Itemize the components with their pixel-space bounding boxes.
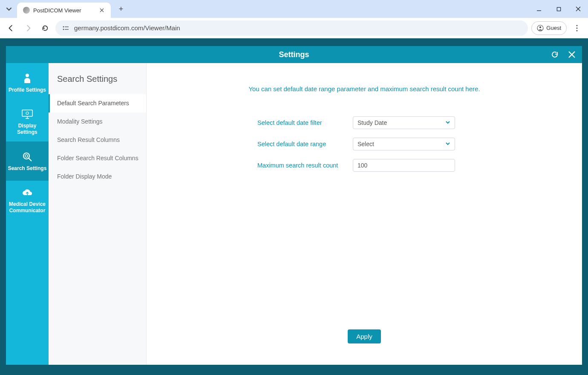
browser-chrome: PostDICOM Viewer + xyxy=(0,0,588,38)
browser-tab[interactable]: PostDICOM Viewer xyxy=(17,3,111,18)
modal-body: Profile Settings Display Settings Search… xyxy=(6,63,582,365)
rail-item-display-settings[interactable]: Display Settings xyxy=(6,102,49,141)
window-close[interactable] xyxy=(568,0,588,18)
subnav-item-modality-settings[interactable]: Modality Settings xyxy=(49,112,146,131)
svg-point-13 xyxy=(23,153,29,159)
max-result-count-field[interactable] xyxy=(357,162,450,169)
svg-point-10 xyxy=(26,74,29,77)
subnav-list: Default Search Parameters Modality Setti… xyxy=(49,94,146,185)
svg-point-9 xyxy=(576,30,577,31)
app-topbar xyxy=(0,38,588,46)
help-text: You can set default date range parameter… xyxy=(248,85,480,92)
settings-subnav: Search Settings Default Search Parameter… xyxy=(49,63,147,365)
new-tab-button[interactable]: + xyxy=(115,3,127,15)
select-default-date-filter[interactable]: Study Date xyxy=(353,116,455,129)
chevron-down-icon xyxy=(445,119,450,126)
nav-reload[interactable] xyxy=(38,21,52,35)
search-icon xyxy=(22,151,33,163)
row-default-date-range: Select default date range Select xyxy=(257,138,530,150)
browser-menu[interactable] xyxy=(570,21,584,35)
window-controls xyxy=(529,0,588,18)
label-max-result-count: Maximum search result count xyxy=(257,162,343,169)
rail-label: Display Settings xyxy=(8,123,47,136)
svg-rect-4 xyxy=(65,29,69,29)
close-icon[interactable] xyxy=(99,7,105,13)
label-default-date-filter: Select default date filter xyxy=(257,119,343,126)
subnav-item-default-search-parameters[interactable]: Default Search Parameters xyxy=(49,94,146,112)
apply-button[interactable]: Apply xyxy=(348,329,381,343)
modal-header: Settings xyxy=(6,46,582,63)
rail-item-profile-settings[interactable]: Profile Settings xyxy=(6,63,49,102)
tab-search-dropdown[interactable] xyxy=(3,3,14,14)
cloud-icon xyxy=(21,187,33,199)
svg-rect-2 xyxy=(65,26,69,27)
svg-point-6 xyxy=(539,26,541,28)
site-settings-icon[interactable] xyxy=(61,24,70,32)
tab-favicon xyxy=(23,7,30,14)
settings-content: You can set default date range parameter… xyxy=(147,63,582,365)
close-icon[interactable] xyxy=(567,49,577,60)
svg-point-14 xyxy=(25,155,28,157)
rail-label: Medical Device Communicator xyxy=(8,201,47,214)
svg-point-1 xyxy=(63,26,64,27)
input-max-result-count[interactable] xyxy=(353,159,455,172)
monitor-icon xyxy=(21,108,33,120)
row-max-result-count: Maximum search result count xyxy=(257,159,530,172)
row-default-date-filter: Select default date filter Study Date xyxy=(257,116,530,129)
address-bar[interactable] xyxy=(55,20,528,36)
tab-title: PostDICOM Viewer xyxy=(33,7,95,14)
svg-rect-11 xyxy=(22,110,32,116)
settings-rail: Profile Settings Display Settings Search… xyxy=(6,63,49,365)
browser-tabbar: PostDICOM Viewer + xyxy=(0,0,588,18)
app-background: Settings Profile Settings xyxy=(0,38,588,375)
subnav-item-folder-display-mode[interactable]: Folder Display Mode xyxy=(49,167,146,186)
rail-item-search-settings[interactable]: Search Settings xyxy=(6,141,49,181)
section-title: Search Settings xyxy=(49,63,146,94)
settings-form: Select default date filter Study Date Se… xyxy=(257,116,530,172)
person-icon xyxy=(537,25,544,32)
chevron-down-icon xyxy=(445,141,450,147)
subnav-item-search-result-columns[interactable]: Search Result Columns xyxy=(49,131,146,149)
rail-label: Search Settings xyxy=(8,165,47,172)
rail-label: Profile Settings xyxy=(9,87,46,93)
settings-modal: Settings Profile Settings xyxy=(6,46,582,365)
select-default-date-range[interactable]: Select xyxy=(353,138,455,150)
address-input[interactable] xyxy=(74,24,522,32)
window-minimize[interactable] xyxy=(529,0,549,18)
profile-label: Guest xyxy=(546,25,561,31)
nav-forward[interactable] xyxy=(21,21,35,35)
browser-navbar: Guest xyxy=(0,18,588,38)
modal-actions xyxy=(550,46,577,63)
select-value: Select xyxy=(357,141,374,147)
window-maximize[interactable] xyxy=(549,0,568,18)
apply-row: Apply xyxy=(164,329,565,356)
label-default-date-range: Select default date range xyxy=(257,141,343,147)
svg-rect-0 xyxy=(557,7,560,11)
select-value: Study Date xyxy=(357,119,387,126)
svg-point-12 xyxy=(26,112,29,115)
profile-chip[interactable]: Guest xyxy=(531,21,567,35)
refresh-icon[interactable] xyxy=(550,49,560,60)
svg-point-7 xyxy=(576,25,577,26)
svg-point-8 xyxy=(576,27,577,29)
nav-back[interactable] xyxy=(4,21,18,35)
modal-title: Settings xyxy=(279,50,309,59)
rail-item-medical-device-communicator[interactable]: Medical Device Communicator xyxy=(6,181,49,220)
person-icon xyxy=(23,72,32,84)
subnav-item-folder-search-result-columns[interactable]: Folder Search Result Columns xyxy=(49,149,146,167)
svg-point-3 xyxy=(63,29,64,30)
